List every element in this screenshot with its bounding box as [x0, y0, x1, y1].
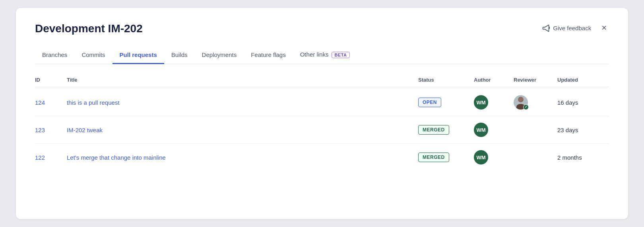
give-feedback-label: Give feedback [553, 25, 591, 31]
tab-branches[interactable]: Branches [35, 47, 74, 64]
person-head-icon [518, 97, 524, 102]
tab-deployments[interactable]: Deployments [195, 47, 244, 64]
tab-commits[interactable]: Commits [74, 47, 112, 64]
pr-status-123: MERGED [418, 125, 474, 135]
pr-id-123[interactable]: 123 [35, 127, 67, 133]
avatar-wm-123: WM [474, 123, 488, 137]
tab-feature-flags[interactable]: Feature flags [244, 47, 293, 64]
page-title: Development IM-202 [35, 22, 143, 35]
pull-requests-table: ID Title Status Author Reviewer Updated … [35, 74, 609, 171]
table-header: ID Title Status Author Reviewer Updated [35, 74, 609, 87]
reviewer-avatar-124 [514, 95, 528, 110]
col-status: Status [418, 77, 474, 83]
pr-reviewer-124 [514, 95, 557, 110]
pr-status-124: OPEN [418, 98, 474, 107]
col-reviewer: Reviewer [514, 77, 557, 83]
pr-id-122[interactable]: 122 [35, 154, 67, 161]
col-author: Author [474, 77, 514, 83]
megaphone-icon [542, 24, 550, 32]
tab-other-links[interactable]: Other linksBETA [293, 46, 357, 64]
beta-badge: BETA [332, 52, 349, 58]
pr-status-122: MERGED [418, 153, 474, 162]
tab-pull-requests[interactable]: Pull requests [113, 47, 164, 64]
status-badge-open: OPEN [418, 98, 441, 107]
pr-author-122: WM [474, 150, 514, 164]
card-header: Development IM-202 Give feedback × [35, 22, 609, 35]
avatar-wm-122: WM [474, 150, 488, 164]
give-feedback-button[interactable]: Give feedback [542, 22, 591, 33]
pr-title-124[interactable]: this is a pull request [67, 99, 418, 106]
avatar-wm-124: WM [474, 95, 488, 110]
table-row: 124 this is a pull request OPEN WM 16 da [35, 89, 609, 116]
pr-author-123: WM [474, 123, 514, 137]
close-button[interactable]: × [599, 23, 609, 33]
table-row: 123 IM-202 tweak MERGED WM 23 days [35, 116, 609, 144]
pr-updated-123: 23 days [557, 127, 609, 133]
tab-bar: Branches Commits Pull requests Builds De… [35, 46, 609, 64]
status-badge-merged-123: MERGED [418, 125, 449, 135]
pr-id-124[interactable]: 124 [35, 99, 67, 106]
pr-updated-124: 16 days [557, 99, 609, 106]
main-card: Development IM-202 Give feedback × Branc… [16, 8, 628, 219]
pr-title-122[interactable]: Let's merge that change into mainline [67, 154, 418, 161]
close-icon: × [601, 23, 607, 33]
tab-builds[interactable]: Builds [164, 47, 195, 64]
col-id: ID [35, 77, 67, 83]
check-badge-icon [523, 104, 529, 110]
pr-title-123[interactable]: IM-202 tweak [67, 127, 418, 133]
header-actions: Give feedback × [542, 22, 609, 33]
pr-author-124: WM [474, 95, 514, 110]
status-badge-merged-122: MERGED [418, 153, 449, 162]
col-title: Title [67, 77, 418, 83]
col-updated: Updated [557, 77, 609, 83]
table-row: 122 Let's merge that change into mainlin… [35, 144, 609, 171]
pr-updated-122: 2 months [557, 154, 609, 161]
